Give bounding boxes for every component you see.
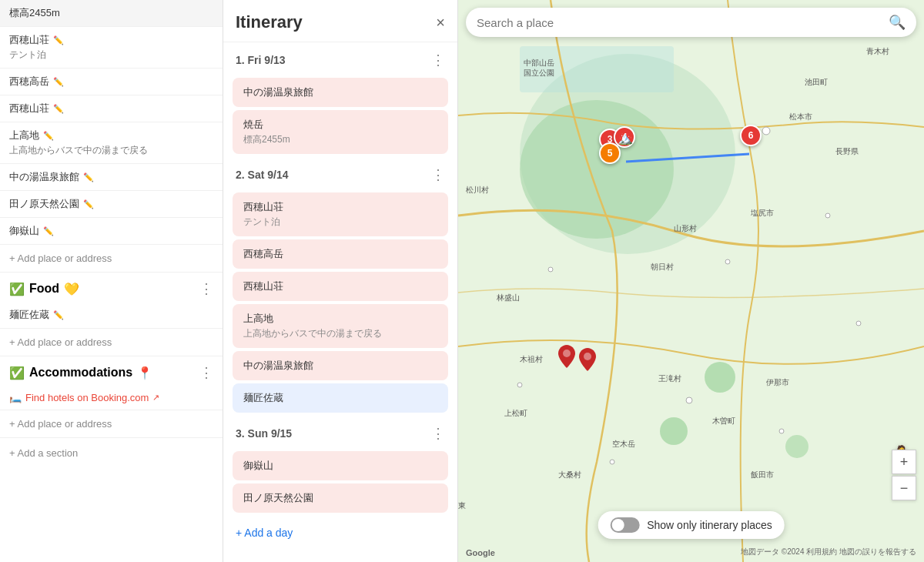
itin-item[interactable]: 西穂山荘 テント泊: [233, 192, 448, 236]
itin-item[interactable]: 中の湯温泉旅館: [233, 78, 448, 107]
map-background: 中部山岳 国立公園 山形村 塩尻市 朝日村 林盛山 木祖村 王滝村 伊那市 木曽…: [458, 0, 924, 562]
google-label: Google: [466, 548, 495, 557]
food-section-title: Food: [29, 282, 59, 296]
itin-item[interactable]: 西穂高岳: [233, 239, 448, 269]
svg-text:王滝村: 王滝村: [658, 374, 681, 383]
list-item[interactable]: 御嶽山 ✏️: [0, 218, 223, 245]
edit-icon: ✏️: [53, 310, 64, 320]
bed-icon: 🛏️: [9, 392, 22, 403]
itin-item[interactable]: 西穂山荘: [233, 272, 448, 301]
map-panel: 中部山岳 国立公園 山形村 塩尻市 朝日村 林盛山 木祖村 王滝村 伊那市 木曽…: [458, 0, 924, 562]
svg-text:中部山岳: 中部山岳: [524, 59, 554, 67]
check-icon: ✅: [9, 282, 25, 296]
itin-item[interactable]: 焼岳 標高2455m: [233, 110, 448, 154]
svg-text:塩尻市: 塩尻市: [750, 209, 774, 217]
day-1-label: 1. Fri 9/13: [236, 54, 286, 66]
add-day-button[interactable]: + Add a day: [223, 516, 457, 550]
toggle-bar[interactable]: Show only itinerary places: [598, 511, 785, 539]
svg-text:木祖村: 木祖村: [520, 355, 543, 363]
svg-text:国立公園: 国立公園: [524, 69, 554, 77]
check-icon: ✅: [9, 366, 25, 380]
add-place-button[interactable]: + Add place or address: [0, 245, 223, 273]
food-more-icon[interactable]: ⋮: [199, 280, 213, 297]
list-item[interactable]: 麺匠佐蔵 ✏️: [0, 302, 223, 329]
svg-text:池田町: 池田町: [805, 78, 828, 86]
svg-point-8: [517, 383, 522, 387]
svg-text:大桑村: 大桑村: [558, 470, 581, 479]
svg-point-13: [705, 362, 735, 393]
svg-point-9: [686, 397, 692, 403]
marker-6[interactable]: 6: [740, 125, 762, 146]
list-item[interactable]: 中の湯温泉旅館 ✏️: [0, 164, 223, 191]
svg-point-4: [762, 127, 770, 135]
mountain-marker: 🏔️: [618, 131, 633, 146]
svg-text:松本市: 松本市: [789, 112, 812, 121]
zoom-out-button[interactable]: −: [892, 476, 916, 500]
places-list: 標高2455m 西穂山荘 ✏️ テント泊 西穂高岳 ✏️ 西穂山荘 ✏️ 上高地: [0, 0, 223, 273]
booking-link[interactable]: 🛏️ Find hotels on Booking.com ↗: [0, 386, 223, 410]
red-pin-1[interactable]: [558, 345, 575, 371]
day-3-label: 3. Sun 9/15: [236, 427, 292, 440]
list-item[interactable]: 田ノ原天然公園 ✏️: [0, 191, 223, 218]
booking-link-label: Find hotels on Booking.com: [25, 392, 149, 403]
left-sidebar: 標高2455m 西穂山荘 ✏️ テント泊 西穂高岳 ✏️ 西穂山荘 ✏️ 上高地: [0, 0, 223, 562]
itin-item[interactable]: 御嶽山: [233, 451, 448, 480]
list-item[interactable]: 西穂山荘 ✏️ テント泊: [0, 27, 223, 69]
itinerary-header: Itinerary ×: [223, 0, 457, 42]
zoom-in-button[interactable]: +: [892, 450, 916, 474]
edit-icon: ✏️: [53, 77, 64, 87]
itin-item[interactable]: 上高地 上高地からバスで中の湯まで戻る: [233, 304, 448, 348]
marker-5[interactable]: 5: [599, 142, 621, 164]
svg-text:松川村: 松川村: [466, 186, 489, 194]
accomm-section-title: Accommodations: [29, 366, 132, 380]
svg-point-5: [825, 213, 830, 218]
list-item[interactable]: 標高2455m: [0, 0, 223, 27]
day-1-more-icon[interactable]: ⋮: [431, 52, 445, 69]
itin-item[interactable]: 中の湯温泉旅館: [233, 351, 448, 380]
toggle-switch[interactable]: [610, 517, 639, 533]
list-item[interactable]: 西穂高岳 ✏️: [0, 69, 223, 95]
svg-point-11: [610, 460, 614, 464]
day-2-label: 2. Sat 9/14: [236, 169, 289, 181]
red-pin-2[interactable]: [579, 348, 596, 374]
accomm-add-place-button[interactable]: + Add place or address: [0, 410, 223, 438]
svg-text:上松町: 上松町: [504, 409, 527, 417]
edit-icon: ✏️: [83, 172, 94, 182]
svg-point-7: [548, 267, 553, 272]
edit-icon: ✏️: [53, 35, 64, 45]
map-attribution: 地図データ ©2024 利用規約 地図の誤りを報告する: [741, 547, 916, 557]
edit-icon: ✏️: [83, 199, 94, 209]
itin-item[interactable]: 田ノ原天然公園: [233, 483, 448, 513]
svg-point-6: [725, 259, 730, 264]
food-icon: 💛: [64, 282, 79, 296]
external-link-icon: ↗: [152, 393, 159, 403]
svg-text:飯田市: 飯田市: [751, 470, 774, 479]
accomm-more-icon[interactable]: ⋮: [199, 364, 213, 381]
itin-item[interactable]: 麺匠佐蔵: [233, 383, 448, 413]
day-2-more-icon[interactable]: ⋮: [431, 166, 445, 183]
list-item[interactable]: 西穂山荘 ✏️: [0, 95, 223, 122]
map-search-bar[interactable]: 🔍: [466, 8, 916, 37]
day-3-more-icon[interactable]: ⋮: [431, 425, 445, 442]
add-section-button[interactable]: + Add a section: [0, 438, 223, 468]
svg-text:木曽町: 木曽町: [712, 416, 735, 425]
toggle-label: Show only itinerary places: [647, 519, 772, 531]
svg-point-38: [584, 353, 591, 360]
list-item[interactable]: 上高地 ✏️ 上高地からバスで中の湯まで戻る: [0, 122, 223, 164]
edit-icon: ✏️: [43, 226, 54, 236]
svg-point-12: [856, 321, 861, 326]
map-controls: + −: [892, 450, 916, 500]
food-add-place-button[interactable]: + Add place or address: [0, 329, 223, 356]
svg-text:空木岳: 空木岳: [612, 440, 635, 448]
svg-text:朝日村: 朝日村: [651, 263, 674, 271]
svg-text:青木村: 青木村: [866, 47, 889, 55]
search-input[interactable]: [477, 16, 889, 29]
svg-text:林盛山: 林盛山: [496, 293, 520, 302]
food-section: ✅ Food 💛 ⋮ 麺匠佐蔵 ✏️ + Add place or addres…: [0, 273, 223, 356]
close-button[interactable]: ×: [436, 14, 445, 32]
svg-text:伊那市: 伊那市: [766, 378, 789, 386]
svg-text:東: 東: [458, 501, 466, 510]
search-icon: 🔍: [889, 14, 906, 31]
svg-point-15: [785, 435, 808, 458]
svg-text:長野県: 長野県: [835, 147, 859, 156]
